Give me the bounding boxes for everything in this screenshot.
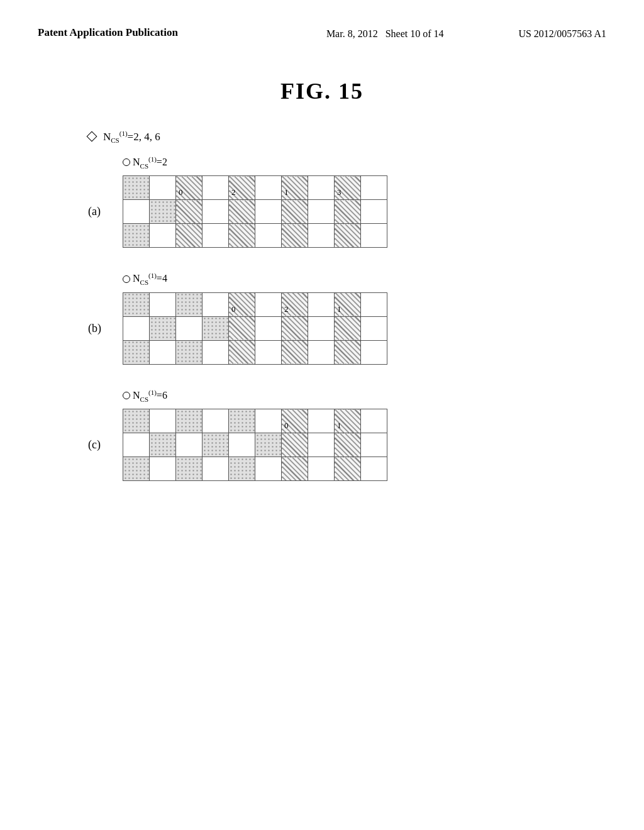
cell xyxy=(176,433,203,457)
case-a-header: NCS(1)=2 xyxy=(123,155,569,170)
cell xyxy=(361,340,387,364)
cell xyxy=(308,224,335,248)
cell: 2 xyxy=(282,292,308,316)
table-row: 0 2 1 xyxy=(123,292,387,316)
cell xyxy=(335,340,361,364)
case-a-label: NCS(1)=2 xyxy=(133,155,167,170)
cell xyxy=(361,200,387,224)
cell xyxy=(229,316,255,340)
cell xyxy=(123,433,150,457)
cell: 2 xyxy=(229,176,255,200)
cell xyxy=(150,200,176,224)
cell xyxy=(123,340,150,364)
circle-icon-a xyxy=(123,158,130,166)
case-b-diagram: 0 2 1 xyxy=(123,292,387,365)
cell xyxy=(335,433,361,457)
cell xyxy=(335,457,361,481)
cell xyxy=(308,316,335,340)
cell xyxy=(176,200,203,224)
cell xyxy=(176,316,203,340)
cell xyxy=(229,340,255,364)
cell xyxy=(176,409,203,433)
table-row: 0 1 xyxy=(123,409,387,433)
cell xyxy=(203,340,229,364)
cell xyxy=(282,316,308,340)
cell xyxy=(308,433,335,457)
cell xyxy=(123,224,150,248)
cell xyxy=(361,409,387,433)
table-row xyxy=(123,433,387,457)
table-row xyxy=(123,200,387,224)
cell xyxy=(255,409,282,433)
cell xyxy=(255,340,282,364)
cell xyxy=(308,457,335,481)
case-c-diagram: 0 1 xyxy=(123,409,387,481)
table-row xyxy=(123,457,387,481)
table-row: 0 2 1 3 xyxy=(123,176,387,200)
grid-c: 0 1 xyxy=(123,409,387,481)
cell xyxy=(255,224,282,248)
diamond-icon xyxy=(87,131,97,142)
case-c-label: NCS(1)=6 xyxy=(133,389,167,403)
cell xyxy=(282,340,308,364)
cell xyxy=(203,409,229,433)
cell xyxy=(203,292,229,316)
grid-b: 0 2 1 xyxy=(123,292,387,365)
cell xyxy=(361,316,387,340)
case-c-letter: (c) xyxy=(88,438,123,451)
case-c-header: NCS(1)=6 xyxy=(123,389,569,403)
case-b-row: (b) 0 2 1 xyxy=(88,292,569,365)
cell xyxy=(308,340,335,364)
case-a-diagram: 0 2 1 3 xyxy=(123,175,387,248)
cell xyxy=(255,200,282,224)
cell xyxy=(282,224,308,248)
legend-text: NCS(1)=2, 4, 6 xyxy=(103,130,160,144)
cell xyxy=(203,433,229,457)
cell xyxy=(255,316,282,340)
cell xyxy=(203,176,229,200)
cell xyxy=(282,433,308,457)
cell xyxy=(150,409,176,433)
case-a-row: (a) 0 2 1 3 xyxy=(88,175,569,248)
legend-label: NCS(1)=2, 4, 6 xyxy=(88,130,569,144)
table-row xyxy=(123,316,387,340)
cell xyxy=(203,316,229,340)
cell xyxy=(150,457,176,481)
patent-number: US 2012/0057563 A1 xyxy=(518,25,606,40)
cell xyxy=(203,457,229,481)
cell xyxy=(282,457,308,481)
publication-date: Mar. 8, 2012 Sheet 10 of 14 xyxy=(326,25,444,40)
cell: 0 xyxy=(176,176,203,200)
cell xyxy=(176,457,203,481)
cell xyxy=(123,200,150,224)
cell xyxy=(123,409,150,433)
cell xyxy=(229,200,255,224)
cell: 1 xyxy=(335,409,361,433)
content-area: NCS(1)=2, 4, 6 NCS(1)=2 (a) 0 xyxy=(38,130,606,482)
cell xyxy=(255,292,282,316)
cell xyxy=(203,224,229,248)
cell: 3 xyxy=(335,176,361,200)
cell xyxy=(335,316,361,340)
cell: 1 xyxy=(335,292,361,316)
cell xyxy=(123,316,150,340)
case-b-header: NCS(1)=4 xyxy=(123,272,569,286)
cell xyxy=(255,433,282,457)
circle-icon-c xyxy=(123,392,130,399)
grid-a: 0 2 1 3 xyxy=(123,175,387,248)
case-a-letter: (a) xyxy=(88,205,123,218)
cell xyxy=(361,224,387,248)
cell xyxy=(361,292,387,316)
case-b-letter: (b) xyxy=(88,322,123,335)
cell xyxy=(150,316,176,340)
cell xyxy=(123,176,150,200)
cell xyxy=(229,224,255,248)
cell xyxy=(282,200,308,224)
figure-title: FIG. 15 xyxy=(38,78,606,104)
case-b-label: NCS(1)=4 xyxy=(133,272,167,286)
cell xyxy=(150,433,176,457)
case-b-block: NCS(1)=4 (b) 0 2 xyxy=(88,272,569,365)
case-c-row: (c) 0 1 xyxy=(88,409,569,481)
cell xyxy=(308,176,335,200)
cell xyxy=(229,457,255,481)
